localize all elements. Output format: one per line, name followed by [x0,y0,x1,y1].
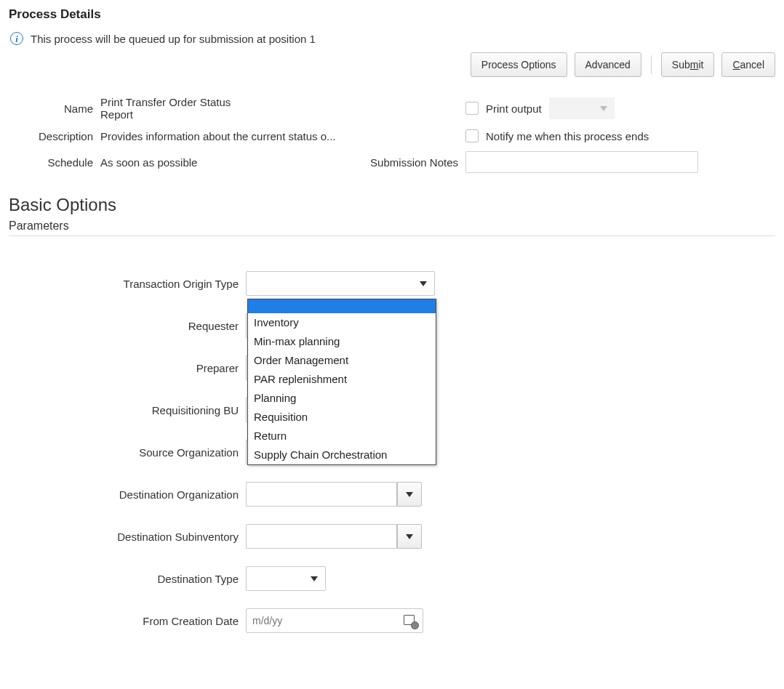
param-row-from-creation-date: From Creation Date m/d/yy [9,608,775,633]
advanced-button[interactable]: Advanced [575,52,641,77]
print-output-checkbox[interactable] [465,102,479,115]
print-output-select[interactable] [549,97,615,119]
transaction-origin-type-select[interactable] [246,271,435,296]
chevron-down-icon [311,576,318,581]
from-creation-date-input[interactable]: m/d/yy [246,608,423,633]
dropdown-item-par-replenishment[interactable]: PAR replenishment [248,370,436,389]
parameters-subheading: Parameters [9,219,775,233]
chevron-down-icon [600,106,607,111]
schedule-value: As soon as possible [100,156,319,169]
dropdown-item-planning[interactable]: Planning [248,389,436,408]
print-output-label: Print output [486,102,542,115]
dropdown-item-inventory[interactable]: Inventory [248,313,436,332]
info-message: This process will be queued up for submi… [31,33,316,45]
destination-subinventory-label: Destination Subinventory [9,531,246,543]
param-row-transaction-origin-type: Transaction Origin Type [9,271,775,296]
name-label: Name [12,102,96,115]
destination-type-label: Destination Type [9,573,246,585]
basic-options-heading: Basic Options [9,195,775,215]
calendar-icon[interactable] [404,614,417,627]
transaction-origin-type-label: Transaction Origin Type [9,278,246,290]
param-row-destination-type: Destination Type [9,566,775,591]
process-options-button[interactable]: Process Options [471,52,567,77]
chevron-down-icon [406,534,413,539]
parameters-form: Transaction Origin Type Inventory Min-ma… [9,271,775,633]
source-organization-label: Source Organization [9,446,246,459]
transaction-origin-type-dropdown: Inventory Min-max planning Order Managem… [247,299,436,465]
submission-notes-label: Submission Notes [323,156,461,169]
requisitioning-bu-label: Requisitioning BU [9,404,246,416]
submit-button[interactable]: Submit [661,52,715,77]
notify-checkbox[interactable] [465,129,479,142]
print-output-group: Print output [465,97,713,119]
dropdown-item-order-management[interactable]: Order Management [248,351,436,370]
info-row: i This process will be queued up for sub… [10,32,775,45]
from-creation-date-placeholder: m/d/yy [252,615,282,626]
schedule-label: Schedule [12,156,96,169]
dropdown-item-return[interactable]: Return [248,427,436,446]
name-value: Print Transfer Order Status Report [100,96,253,121]
dropdown-item-supply-chain-orchestration[interactable]: Supply Chain Orchestration [248,446,436,464]
process-details-grid: Name Print Transfer Order Status Report … [12,96,775,173]
divider [9,235,775,236]
cancel-button[interactable]: Cancel [721,52,775,77]
param-row-destination-subinventory: Destination Subinventory [9,524,775,549]
notify-group: Notify me when this process ends [465,129,713,142]
param-row-destination-organization: Destination Organization [9,482,775,507]
requester-label: Requester [9,320,246,332]
submission-notes-input[interactable] [465,151,698,173]
toolbar-separator [651,55,652,74]
destination-organization-label: Destination Organization [9,488,246,501]
destination-organization-select[interactable] [246,482,422,507]
notify-label: Notify me when this process ends [486,130,649,142]
dropdown-item-min-max-planning[interactable]: Min-max planning [248,332,436,351]
dropdown-item-blank[interactable] [248,299,436,313]
info-icon: i [10,32,23,45]
toolbar: Process Options Advanced Submit Cancel [9,52,775,77]
dropdown-item-requisition[interactable]: Requisition [248,408,436,427]
description-label: Description [12,130,96,142]
page-title: Process Details [9,7,775,22]
chevron-down-icon [406,492,413,497]
destination-type-select[interactable] [246,566,326,591]
chevron-down-icon [420,281,427,286]
from-creation-date-label: From Creation Date [9,615,246,627]
destination-subinventory-select[interactable] [246,524,422,549]
description-value: Provides information about the current s… [100,130,428,142]
preparer-label: Preparer [9,362,246,374]
